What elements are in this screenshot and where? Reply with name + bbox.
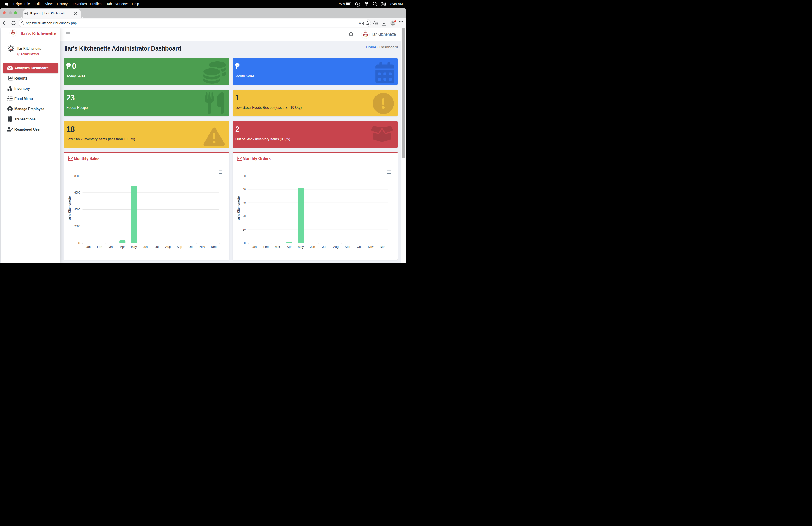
svg-text:Aug: Aug xyxy=(333,245,338,248)
svg-text:Apr: Apr xyxy=(120,245,125,248)
svg-text:Dec: Dec xyxy=(380,245,385,248)
svg-text:A: A xyxy=(359,22,361,26)
svg-text:50: 50 xyxy=(243,174,246,178)
svg-text:Jan: Jan xyxy=(252,245,257,248)
svg-text:Nov: Nov xyxy=(368,245,374,248)
svg-text:Jul: Jul xyxy=(322,245,326,248)
svg-text:Feb: Feb xyxy=(97,245,102,248)
svg-text:Sep: Sep xyxy=(177,245,182,248)
svg-text:Mar: Mar xyxy=(275,245,280,248)
svg-text:30: 30 xyxy=(243,201,246,204)
svg-text:4000: 4000 xyxy=(74,208,80,211)
svg-text:20: 20 xyxy=(243,214,246,218)
svg-text:Sep: Sep xyxy=(345,245,350,248)
svg-text:40: 40 xyxy=(243,187,246,191)
svg-text:Ilar`s Kitchenette: Ilar`s Kitchenette xyxy=(237,197,240,222)
svg-text:0: 0 xyxy=(244,241,246,245)
svg-text:Jul: Jul xyxy=(155,245,159,248)
svg-text:10: 10 xyxy=(243,228,246,231)
svg-text:Dec: Dec xyxy=(211,245,217,248)
svg-text:May: May xyxy=(298,245,304,248)
svg-text:0: 0 xyxy=(78,241,80,245)
svg-text:2000: 2000 xyxy=(74,225,80,228)
svg-text:Mar: Mar xyxy=(108,245,114,248)
svg-text:Nov: Nov xyxy=(200,245,205,248)
svg-text:Ilar`s Kitchenette: Ilar`s Kitchenette xyxy=(68,197,71,222)
svg-text:6000: 6000 xyxy=(74,191,80,194)
svg-text:ILAR'S: ILAR'S xyxy=(12,32,15,33)
svg-text:Oct: Oct xyxy=(357,245,362,248)
svg-text:Feb: Feb xyxy=(263,245,269,248)
svg-text:ILAR'S: ILAR'S xyxy=(364,34,367,35)
svg-text:Apr: Apr xyxy=(287,245,292,248)
svg-text:May: May xyxy=(131,245,137,248)
svg-text:Jun: Jun xyxy=(310,245,315,248)
svg-text:Aug: Aug xyxy=(165,245,171,248)
svg-text:Jan: Jan xyxy=(86,245,91,248)
svg-text:Jun: Jun xyxy=(143,245,148,248)
svg-text:Oct: Oct xyxy=(189,245,193,248)
svg-text:8000: 8000 xyxy=(74,174,80,178)
